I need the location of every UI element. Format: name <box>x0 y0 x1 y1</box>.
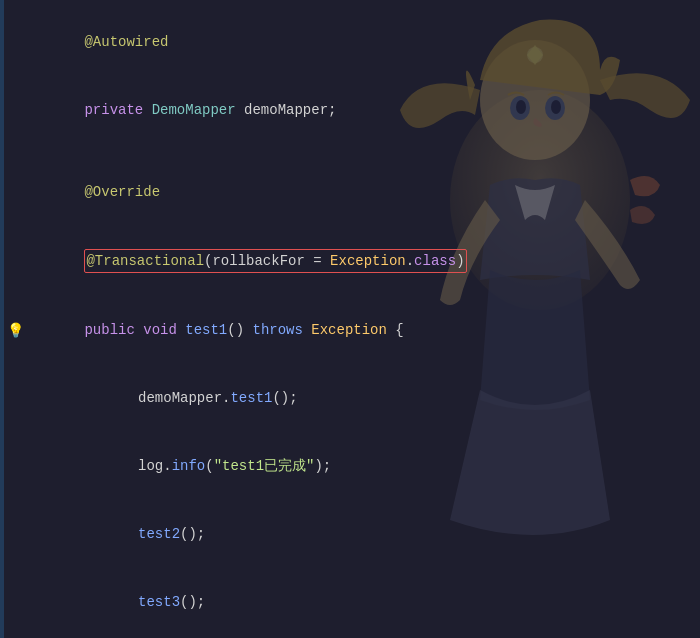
line-override: @Override <box>0 158 700 226</box>
code-call-test3: test3(); <box>30 569 700 635</box>
exc-1: Exception <box>311 322 395 338</box>
dot-t1: . <box>406 253 414 269</box>
log-semi-1: ); <box>314 458 331 474</box>
paren-close-t1: ) <box>456 253 464 269</box>
code-demomapper: private DemoMapper demoMapper; <box>30 77 700 143</box>
method-call-t3: test3 <box>138 594 180 610</box>
dm-method-1: test1 <box>230 390 272 406</box>
annotation-override: @Override <box>84 184 160 200</box>
code-call-test2: test2(); <box>30 501 700 567</box>
code-test1-sig: public void test1() throws Exception { <box>30 297 700 363</box>
kw-throws-1: throws <box>252 322 311 338</box>
bulb-icon-1: 💡 <box>7 322 24 339</box>
ann-transactional-1: @Transactional <box>86 253 204 269</box>
dm-ref-1: demoMapper. <box>104 390 230 406</box>
parens-1: () <box>227 322 252 338</box>
exception-class-1: Exception <box>330 253 406 269</box>
call-t3-semi: (); <box>180 594 205 610</box>
code-dm-test1: demoMapper.test1(); <box>30 365 700 431</box>
line-dm-test1: demoMapper.test1(); <box>0 364 700 432</box>
call-t2-semi: (); <box>180 526 205 542</box>
gutter-bulb-1: 💡 <box>0 322 30 339</box>
annotation-autowired: @Autowired <box>84 34 168 50</box>
log-ref-1: log. <box>104 458 171 474</box>
kw-private: private <box>84 102 151 118</box>
line-log-1: log.info("test1已完成"); <box>0 432 700 500</box>
call-t3 <box>104 594 138 610</box>
kw-public-1: public <box>84 322 143 338</box>
code-area: @Autowired private DemoMapper demoMapper… <box>0 0 700 638</box>
method-call-t2: test2 <box>138 526 180 542</box>
line-call-test2: test2(); <box>0 500 700 568</box>
param-rollback-1: rollbackFor = <box>212 253 330 269</box>
code-transactional-1: @Transactional(rollbackFor = Exception.c… <box>30 227 700 295</box>
call-t2 <box>104 526 138 542</box>
code-log-1: log.info("test1已完成"); <box>30 433 700 499</box>
code-override: @Override <box>30 159 700 225</box>
line-demomapper: private DemoMapper demoMapper; <box>0 76 700 144</box>
kw-class-1: class <box>414 253 456 269</box>
type-demomapper: DemoMapper <box>152 102 244 118</box>
brace-1: { <box>395 322 403 338</box>
line-transactional-1: @Transactional(rollbackFor = Exception.c… <box>0 226 700 296</box>
line-test1-sig: 💡 public void test1() throws Exception { <box>0 296 700 364</box>
log-info-1: info <box>172 458 206 474</box>
var-demomapper: demoMapper; <box>244 102 336 118</box>
line-call-test3: test3(); <box>0 568 700 636</box>
gap-1 <box>0 144 700 158</box>
method-test1: test1 <box>185 322 227 338</box>
line-autowired: @Autowired <box>0 8 700 76</box>
transactional-box-1: @Transactional(rollbackFor = Exception.c… <box>84 249 466 273</box>
log-str-1: "test1已完成" <box>214 458 315 474</box>
dm-semi-1: (); <box>272 390 297 406</box>
log-paren-1: ( <box>205 458 213 474</box>
code-autowired: @Autowired <box>30 9 700 75</box>
kw-void-1: void <box>143 322 185 338</box>
